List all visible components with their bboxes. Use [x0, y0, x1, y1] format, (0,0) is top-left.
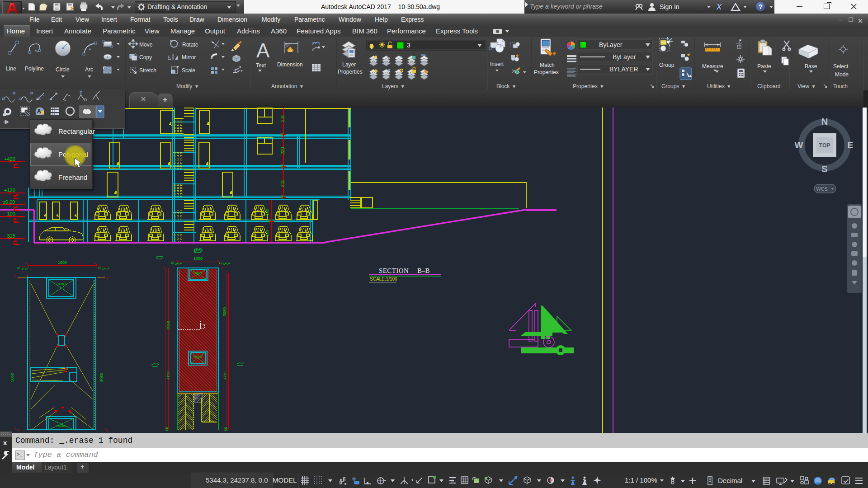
svg-text:n: n [84, 97, 87, 102]
svg-text:4750: 4750 [166, 371, 170, 380]
svg-text:PATIO: PATIO [193, 355, 202, 358]
svg-text:4750: 4750 [223, 371, 227, 380]
svg-text:B: B [224, 427, 227, 432]
svg-text:±0.00: ±0.00 [3, 199, 15, 205]
svg-text:3: 3 [407, 42, 410, 49]
svg-text:35: 35 [280, 133, 283, 136]
svg-text:عرض 10: عرض 10 [170, 261, 182, 265]
svg-text:PATIO: PATIO [57, 282, 66, 286]
svg-text:10 عرض: 10 عرض [98, 267, 109, 270]
svg-text:N: N [821, 117, 828, 127]
svg-text:10 عرض: 10 عرض [16, 267, 28, 270]
svg-text:+120: +120 [4, 188, 15, 193]
svg-text:1000: 1000 [193, 256, 203, 261]
svg-text:B: B [165, 427, 169, 432]
svg-text:220: 220 [280, 179, 285, 187]
svg-text:5050: 5050 [99, 373, 104, 382]
svg-text:B–B: B–B [417, 267, 430, 274]
svg-text:1000: 1000 [58, 260, 67, 265]
svg-text:35: 35 [280, 164, 283, 168]
svg-text:5050: 5050 [10, 373, 14, 382]
svg-text:3050: 3050 [222, 307, 227, 316]
svg-text:S: S [821, 164, 827, 174]
svg-text:−100: −100 [4, 211, 15, 216]
svg-text:عرض 10: عرض 10 [219, 261, 231, 265]
svg-text:ByLayer: ByLayer [613, 53, 636, 61]
svg-text:35: 35 [267, 219, 270, 223]
svg-text:+420: +420 [4, 156, 15, 162]
svg-text:220: 220 [280, 147, 285, 155]
svg-text:WCS: WCS [816, 186, 828, 192]
svg-text:A: A [256, 39, 270, 61]
svg-text:BYLAYER: BYLAYER [609, 66, 638, 73]
svg-text:W: W [795, 140, 803, 150]
svg-text:3050: 3050 [166, 321, 170, 330]
svg-text:−315: −315 [4, 233, 15, 239]
svg-text:TOP: TOP [819, 142, 830, 149]
svg-text:ByLayer: ByLayer [599, 41, 623, 48]
svg-text:SECTION: SECTION [379, 267, 409, 274]
svg-text:35: 35 [280, 195, 283, 199]
svg-text:A: A [37, 108, 41, 114]
svg-text:SCALE:1/100: SCALE:1/100 [370, 277, 397, 282]
svg-text:PATIO: PATIO [193, 272, 202, 275]
svg-text:220: 220 [280, 114, 285, 122]
svg-text:PATIO: PATIO [57, 424, 66, 427]
svg-text:E: E [847, 140, 853, 150]
svg-text:Decimal: Decimal [718, 477, 742, 484]
